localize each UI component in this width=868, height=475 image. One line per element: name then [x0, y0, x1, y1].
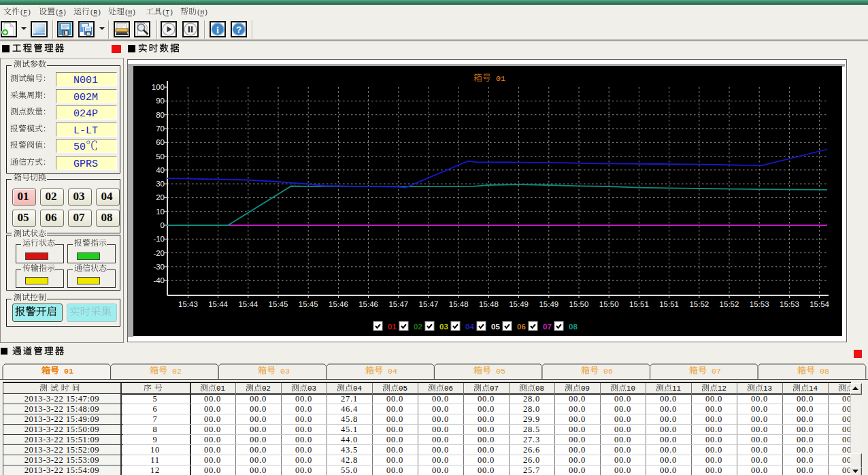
svg-text:30: 30 [156, 180, 165, 188]
svg-text:15:52: 15:52 [689, 300, 709, 308]
svg-text:15:44: 15:44 [238, 300, 258, 308]
svg-text:01: 01 [496, 74, 505, 84]
svg-text:15:45: 15:45 [299, 300, 318, 308]
svg-text:03: 03 [280, 367, 290, 376]
svg-text:07: 07 [490, 384, 499, 393]
svg-text:002M: 002M [73, 92, 98, 103]
svg-text:08: 08 [535, 384, 544, 393]
svg-text:06: 06 [603, 367, 613, 376]
svg-text:15:51: 15:51 [629, 300, 649, 308]
svg-text:11: 11 [672, 384, 681, 393]
svg-text:02: 02 [414, 323, 422, 331]
svg-text:15:52: 15:52 [720, 300, 739, 308]
svg-text:GPRS: GPRS [73, 159, 98, 170]
svg-text:15:47: 15:47 [419, 300, 439, 308]
svg-text:15:48: 15:48 [479, 300, 499, 308]
svg-text:15:53: 15:53 [750, 300, 769, 308]
svg-text:20: 20 [156, 193, 165, 201]
svg-text:04: 04 [465, 323, 474, 331]
svg-text:90: 90 [156, 97, 165, 105]
svg-text:14: 14 [809, 384, 818, 393]
svg-text:07: 07 [543, 323, 552, 331]
svg-text:05: 05 [491, 323, 500, 331]
svg-text:15:43: 15:43 [178, 300, 198, 308]
svg-text:?: ? [236, 24, 241, 35]
svg-text:100: 100 [152, 83, 165, 91]
svg-text:0: 0 [161, 221, 165, 229]
svg-text:15:49: 15:49 [539, 300, 558, 308]
svg-text:10: 10 [156, 208, 165, 216]
svg-text:15:44: 15:44 [208, 300, 228, 308]
svg-text:03: 03 [439, 323, 448, 331]
svg-text:i: i [216, 25, 219, 35]
svg-text:07: 07 [712, 367, 721, 376]
svg-text:024P: 024P [73, 108, 98, 120]
svg-text:15:51: 15:51 [659, 300, 679, 308]
svg-text:-40: -40 [153, 276, 165, 284]
svg-text:02: 02 [172, 367, 182, 376]
svg-text:15:47: 15:47 [388, 300, 408, 308]
svg-text:01: 01 [64, 367, 73, 376]
svg-text:10: 10 [627, 384, 635, 393]
svg-text:06: 06 [444, 384, 453, 393]
svg-text:L-LT: L-LT [73, 125, 98, 137]
svg-text:70: 70 [156, 125, 165, 133]
svg-text:80: 80 [156, 111, 165, 119]
svg-text:15:49: 15:49 [509, 300, 529, 308]
svg-text:02: 02 [262, 384, 271, 393]
svg-text:08: 08 [569, 323, 578, 331]
svg-text:13: 13 [763, 384, 772, 393]
svg-text:15:48: 15:48 [449, 300, 469, 308]
svg-text:-10: -10 [153, 235, 165, 243]
svg-text:50: 50 [73, 142, 86, 153]
svg-text:15:50: 15:50 [599, 300, 619, 308]
svg-text:05: 05 [496, 367, 505, 376]
svg-text:05: 05 [399, 384, 407, 393]
svg-text:-20: -20 [153, 249, 165, 257]
svg-text:N001: N001 [73, 75, 98, 86]
svg-text:15:46: 15:46 [358, 300, 378, 308]
svg-text:06: 06 [517, 323, 526, 331]
svg-text:15:53: 15:53 [780, 300, 799, 308]
svg-text:15:46: 15:46 [329, 300, 348, 308]
svg-text:40: 40 [156, 166, 165, 174]
svg-text:09: 09 [581, 384, 590, 393]
svg-text:04: 04 [388, 367, 397, 376]
svg-text:15:45: 15:45 [269, 300, 288, 308]
svg-text:01: 01 [216, 384, 225, 393]
svg-text:12: 12 [718, 384, 727, 393]
svg-text:03: 03 [307, 384, 316, 393]
svg-text:-30: -30 [153, 263, 165, 271]
svg-text:08: 08 [820, 367, 829, 376]
svg-text:04: 04 [353, 384, 362, 393]
svg-text:15:54: 15:54 [809, 300, 829, 308]
svg-text:60: 60 [156, 138, 165, 146]
svg-text:50: 50 [156, 152, 165, 161]
svg-text:15:50: 15:50 [569, 300, 589, 308]
svg-text:01: 01 [388, 323, 397, 331]
